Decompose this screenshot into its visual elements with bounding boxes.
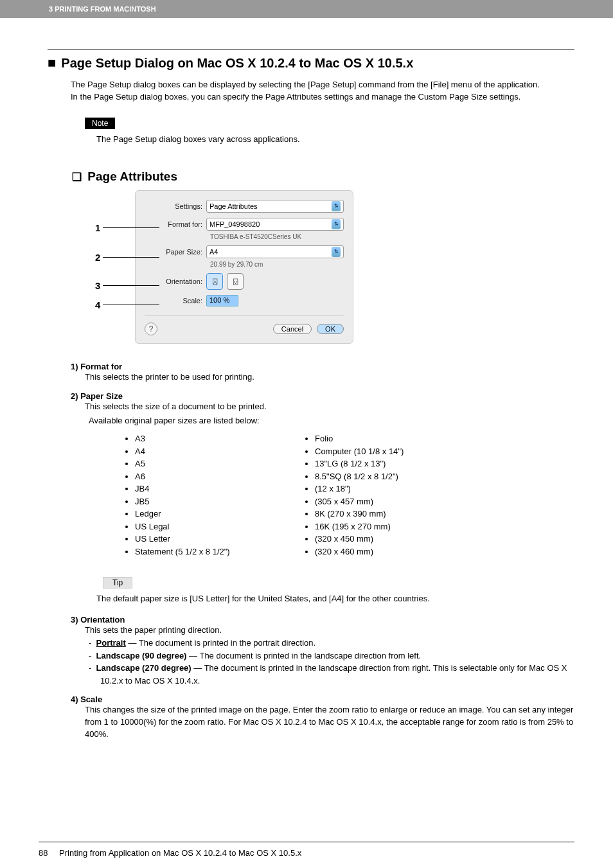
paper-size-item: JB5 bbox=[135, 495, 276, 508]
sub-heading: ❏ Page Attributes bbox=[72, 170, 574, 184]
callout-3: 3 bbox=[95, 280, 100, 291]
landscape-icon: ⍌ bbox=[233, 277, 238, 286]
paper-size-item: US Letter bbox=[135, 533, 276, 545]
paper-size-item: A4 bbox=[135, 445, 276, 458]
footer-text: Printing from Application on Mac OS X 10… bbox=[59, 848, 301, 858]
desc-1-head: 1) Format for bbox=[71, 362, 574, 371]
tip-badge: Tip bbox=[103, 577, 132, 589]
paper-size-item: (320 x 460 mm) bbox=[315, 545, 456, 558]
orientation-landscape-button[interactable]: ⍌ bbox=[227, 273, 244, 290]
format-for-sublabel: TOSHIBA e-ST4520CSeries UK bbox=[210, 233, 344, 240]
desc-2-head: 2) Paper Size bbox=[71, 391, 574, 401]
tip-text: The default paper size is [US Letter] fo… bbox=[96, 594, 574, 603]
orientation-portrait-button[interactable]: ⍓ bbox=[206, 273, 223, 290]
paper-size-item: A3 bbox=[135, 432, 276, 445]
desc-2-body: This selects the size of a document to b… bbox=[85, 401, 574, 413]
paper-size-item: 13"LG (8 1/2 x 13") bbox=[315, 457, 456, 470]
desc-1-body: This selects the printer to be used for … bbox=[85, 371, 574, 384]
square-bullet-icon: ■ bbox=[48, 55, 56, 71]
cancel-button[interactable]: Cancel bbox=[273, 324, 312, 334]
intro-paragraph-2: In the Page Setup dialog boxes, you can … bbox=[71, 91, 574, 103]
heading-text: Page Setup Dialog on Mac OS X 10.2.4 to … bbox=[61, 56, 413, 71]
help-icon: ? bbox=[149, 324, 154, 333]
chevron-updown-icon: ⇅ bbox=[332, 247, 341, 257]
page-number: 88 bbox=[39, 848, 48, 858]
paper-size-sublabel: 20.99 by 29.70 cm bbox=[210, 261, 344, 268]
page-setup-dialog: Settings: Page Attributes ⇅ Format for: … bbox=[135, 190, 353, 344]
footer: 88 Printing from Application on Mac OS X… bbox=[39, 848, 301, 858]
footer-rule bbox=[39, 842, 574, 842]
settings-label: Settings: bbox=[145, 202, 206, 210]
paper-sizes: A3A4A5A6JB4JB5LedgerUS LegalUS LetterSta… bbox=[96, 432, 574, 558]
callout-1: 1 bbox=[95, 222, 100, 233]
callout-4: 4 bbox=[95, 299, 100, 310]
paper-size-item: (12 x 18") bbox=[315, 483, 456, 495]
desc-2-sub: Available original paper sizes are liste… bbox=[89, 415, 574, 427]
dialog-area: 1 2 3 4 Settings: Page Attributes ⇅ Form… bbox=[95, 190, 352, 344]
chevron-updown-icon: ⇅ bbox=[332, 201, 341, 211]
desc-4-body: This changes the size of the printed ima… bbox=[85, 704, 574, 741]
opt-portrait: Portrait bbox=[96, 638, 126, 648]
paper-size-item: 8K (270 x 390 mm) bbox=[315, 508, 456, 520]
paper-size-select[interactable]: A4 ⇅ bbox=[206, 245, 344, 258]
main-heading: ■ Page Setup Dialog on Mac OS X 10.2.4 t… bbox=[48, 55, 574, 71]
ok-button[interactable]: OK bbox=[317, 324, 344, 334]
opt-landscape-90: Landscape (90 degree) bbox=[96, 651, 187, 660]
portrait-icon: ⍓ bbox=[213, 277, 217, 286]
sizes-left-list: A3A4A5A6JB4JB5LedgerUS LegalUS LetterSta… bbox=[135, 432, 276, 558]
opt-landscape-270: Landscape (270 degree) bbox=[96, 663, 191, 673]
note-badge: Note bbox=[85, 118, 115, 129]
intro-paragraph-1: The Page Setup dialog boxes can be displ… bbox=[71, 79, 574, 91]
paper-size-item: Computer (10 1/8 x 14") bbox=[315, 445, 456, 458]
paper-size-item: JB4 bbox=[135, 483, 276, 495]
callout-2: 2 bbox=[95, 252, 100, 263]
note-text: The Page Setup dialog boxes vary across … bbox=[96, 134, 574, 144]
paper-size-item: A6 bbox=[135, 470, 276, 483]
paper-size-item: Folio bbox=[315, 432, 456, 445]
paper-size-item: US Legal bbox=[135, 520, 276, 533]
desc-3-body: This sets the paper printing direction. bbox=[85, 624, 574, 637]
paper-size-item: A5 bbox=[135, 457, 276, 470]
help-button[interactable]: ? bbox=[145, 323, 157, 335]
paper-size-item: (320 x 450 mm) bbox=[315, 533, 456, 545]
sub-heading-text: Page Attributes bbox=[87, 170, 177, 183]
paper-size-item: 8.5"SQ (8 1/2 x 8 1/2") bbox=[315, 470, 456, 483]
chapter-title: 3 PRINTING FROM MACINTOSH bbox=[49, 5, 156, 13]
chapter-header: 3 PRINTING FROM MACINTOSH bbox=[0, 0, 613, 18]
checkbox-icon: ❏ bbox=[72, 171, 82, 183]
format-for-select[interactable]: MFP_04998820 ⇅ bbox=[206, 218, 344, 231]
descriptions: 1) Format for This selects the printer t… bbox=[71, 362, 574, 558]
paper-size-item: (305 x 457 mm) bbox=[315, 495, 456, 508]
scale-input[interactable]: 100 % bbox=[206, 295, 238, 306]
settings-select[interactable]: Page Attributes ⇅ bbox=[206, 200, 344, 213]
page-content: ■ Page Setup Dialog on Mac OS X 10.2.4 t… bbox=[0, 49, 613, 741]
paper-size-item: Ledger bbox=[135, 508, 276, 520]
descriptions-cont: 3) Orientation This sets the paper print… bbox=[71, 615, 574, 740]
desc-4-head: 4) Scale bbox=[71, 695, 574, 704]
heading-rule bbox=[48, 49, 574, 49]
paper-size-item: 16K (195 x 270 mm) bbox=[315, 520, 456, 533]
paper-size-item: Statement (5 1/2 x 8 1/2") bbox=[135, 545, 276, 558]
chevron-updown-icon: ⇅ bbox=[332, 219, 341, 229]
desc-3-head: 3) Orientation bbox=[71, 615, 574, 624]
sizes-right-list: FolioComputer (10 1/8 x 14")13"LG (8 1/2… bbox=[315, 432, 456, 558]
orientation-options: - Portrait — The document is printed in … bbox=[85, 637, 574, 687]
